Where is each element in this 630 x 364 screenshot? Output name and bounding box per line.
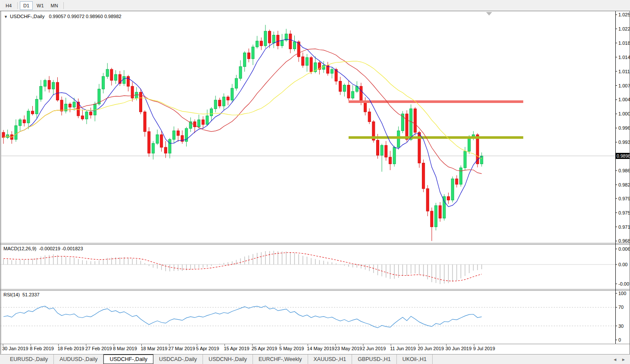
chart-dropdown-icon[interactable]: ▼ (4, 15, 8, 19)
svg-text:0.97900: 0.97900 (618, 196, 630, 201)
svg-text:0.98982: 0.98982 (617, 153, 630, 159)
svg-text:0.98610: 0.98610 (618, 168, 630, 173)
tab-usdcad-daily[interactable]: USDCAD-,Daily (153, 355, 203, 364)
svg-text:1.01130: 1.01130 (618, 69, 630, 74)
chart-title: ▼USDCHF-,Daily0.99057 0.99072 0.98960 0.… (4, 14, 122, 19)
tab-eurchf-weekly[interactable]: EURCHF-,Weekly (253, 355, 308, 364)
svg-text:1.02210: 1.02210 (618, 26, 630, 31)
svg-text:20 Jun 2019: 20 Jun 2019 (418, 346, 444, 351)
svg-text:25 Apr 2019: 25 Apr 2019 (252, 346, 277, 351)
svg-text:23 May 2019: 23 May 2019 (335, 346, 362, 351)
timeframe-button-d1[interactable]: D1 (20, 1, 33, 10)
timeframe-button-mn[interactable]: MN (48, 1, 61, 10)
timeframe-button-h4[interactable]: H4 (2, 1, 15, 10)
rsi-value: 51.2337 (22, 292, 40, 297)
chart-canvas[interactable]: 1.025701.022101.018501.014901.011301.007… (0, 11, 630, 354)
svg-text:27 Feb 2019: 27 Feb 2019 (85, 346, 112, 351)
svg-text:2 Jun 2019: 2 Jun 2019 (362, 346, 386, 351)
toolbar-separator (63, 2, 64, 9)
svg-text:0.97180: 0.97180 (618, 224, 630, 230)
tab-scroll-right-icon[interactable]: ► (621, 357, 626, 362)
svg-text:30 Jan 2019: 30 Jan 2019 (2, 346, 28, 351)
svg-text:8 Mar 2019: 8 Mar 2019 (113, 346, 137, 351)
svg-text:5 May 2019: 5 May 2019 (279, 346, 304, 351)
svg-text:0.98250: 0.98250 (618, 182, 630, 187)
tab-eurusd-daily[interactable]: EURUSD-,Daily (4, 355, 54, 364)
svg-text:1.01850: 1.01850 (618, 40, 630, 46)
svg-text:0.99690: 0.99690 (618, 125, 630, 131)
svg-text:0: 0 (618, 337, 621, 342)
svg-text:0.96820: 0.96820 (618, 238, 630, 243)
timeframe-button-w1[interactable]: W1 (34, 1, 47, 10)
svg-text:0.99330: 0.99330 (618, 140, 630, 145)
chart-window: 1.025701.022101.018501.014901.011301.007… (0, 11, 630, 354)
macd-indicator-label: MACD(12,26,9)-0.000219 -0.001823 (3, 246, 83, 251)
svg-text:18 Mar 2019: 18 Mar 2019 (141, 346, 168, 351)
tab-usdchf-daily[interactable]: USDCHF-,Daily (103, 354, 153, 364)
svg-text:11 Jun 2019: 11 Jun 2019 (390, 346, 416, 351)
svg-text:1.00050: 1.00050 (618, 111, 630, 116)
tab-gbpusd-h1[interactable]: GBPUSD-,H1 (352, 355, 396, 364)
svg-text:15 Apr 2019: 15 Apr 2019 (224, 346, 249, 351)
svg-text:30 Jun 2019: 30 Jun 2019 (446, 346, 472, 351)
svg-text:1.01490: 1.01490 (618, 55, 630, 60)
macd-name: MACD(12,26,9) (3, 246, 36, 251)
toolbar-separator (17, 2, 18, 9)
svg-text:-0.00761: -0.00761 (618, 281, 630, 286)
tab-audusd-daily[interactable]: AUDUSD-,Daily (54, 355, 103, 364)
svg-text:27 Mar 2019: 27 Mar 2019 (168, 346, 195, 351)
svg-text:1.00410: 1.00410 (618, 97, 630, 102)
rsi-indicator-label: RSI(14)51.2337 (3, 292, 40, 297)
svg-text:5 Apr 2019: 5 Apr 2019 (196, 346, 219, 351)
chart-symbol-label: USDCHF-,Daily (10, 14, 45, 19)
rsi-name: RSI(14) (3, 292, 20, 297)
svg-text:9 Jul 2019: 9 Jul 2019 (473, 346, 495, 351)
timeframe-toolbar: H4 D1 W1 MN (0, 0, 630, 11)
tab-scroll-left-icon[interactable]: ◄ (613, 357, 617, 362)
svg-text:14 May 2019: 14 May 2019 (307, 346, 334, 351)
svg-text:100: 100 (618, 291, 626, 296)
svg-text:1.00770: 1.00770 (618, 83, 630, 88)
tab-xauusd-h1[interactable]: XAUUSD-,H1 (308, 355, 352, 364)
svg-text:1.02570: 1.02570 (618, 12, 630, 17)
svg-text:8 Feb 2019: 8 Feb 2019 (30, 346, 54, 351)
svg-text:0.97540: 0.97540 (618, 210, 630, 215)
macd-values: -0.000219 -0.001823 (39, 246, 83, 251)
svg-text:0.00613: 0.00613 (618, 246, 630, 252)
svg-text:30: 30 (618, 324, 624, 329)
tab-usdcnh-daily[interactable]: USDCNH-,Daily (203, 355, 253, 364)
chart-ohlc-values: 0.99057 0.99072 0.98960 0.98982 (49, 14, 121, 19)
svg-text:18 Feb 2019: 18 Feb 2019 (58, 346, 84, 351)
svg-text:0.00: 0.00 (618, 262, 627, 267)
tab-ukoil-h1[interactable]: UKOil-,H1 (397, 355, 433, 364)
chart-tab-bar: EURUSD-,Daily AUDUSD-,Daily USDCHF-,Dail… (0, 354, 630, 364)
svg-text:70: 70 (618, 305, 624, 310)
